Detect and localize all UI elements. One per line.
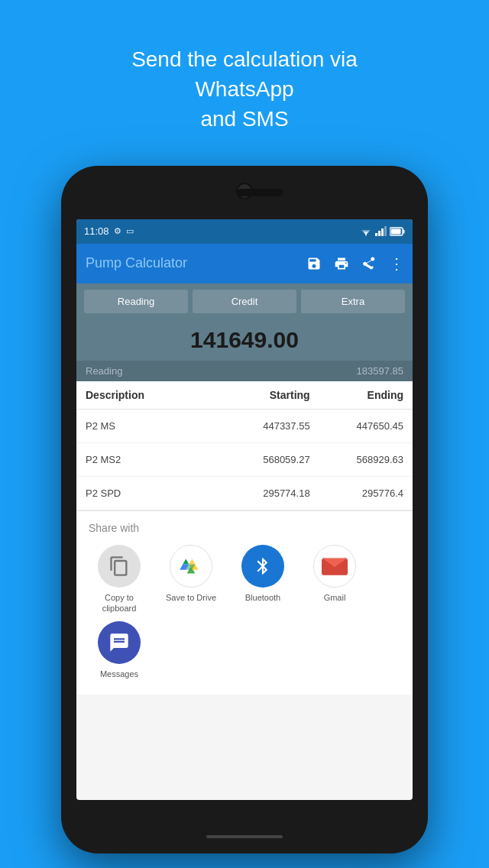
row2-starting: 568059.27 <box>198 454 310 465</box>
table-header: Description Starting Ending <box>76 381 413 410</box>
save-icon[interactable] <box>306 256 322 271</box>
status-left: 11:08 ⚙ ▭ <box>84 225 134 237</box>
svg-rect-5 <box>403 229 405 233</box>
status-bar: 11:08 ⚙ ▭ <box>76 219 413 244</box>
more-icon[interactable]: ⋮ <box>389 254 403 273</box>
tab-extra[interactable]: Extra <box>301 290 405 313</box>
share-item-drive[interactable]: Save to Drive <box>160 545 222 614</box>
main-value-area: 141649.00 <box>76 319 413 361</box>
top-text: Send the calculation via WhatsApp and SM… <box>46 21 443 150</box>
drive-icon-svg <box>178 555 204 578</box>
header-starting: Starting <box>198 389 310 401</box>
share-item-messages[interactable]: Messages <box>89 621 150 679</box>
bluetooth-label: Bluetooth <box>245 592 280 603</box>
share-item-bluetooth[interactable]: Bluetooth <box>232 545 293 614</box>
clipboard-icon <box>98 545 141 588</box>
signal-bars <box>375 226 387 236</box>
row3-ending: 295776.4 <box>310 487 403 499</box>
battery-status-icon: ▭ <box>126 226 134 236</box>
print-icon[interactable] <box>334 256 349 271</box>
main-value: 141649.00 <box>84 327 405 353</box>
wifi-icon <box>360 227 372 236</box>
row3-description: P2 SPD <box>86 487 198 499</box>
gmail-label: Gmail <box>324 592 346 603</box>
table-row: P2 MS2 568059.27 568929.63 <box>76 443 413 477</box>
share-item-gmail[interactable]: Gmail <box>304 545 365 614</box>
reading-label: Reading <box>86 365 122 377</box>
svg-point-3 <box>365 234 367 235</box>
messages-icon <box>98 621 141 664</box>
copy-icon-svg <box>108 555 130 577</box>
share-title: Share with <box>89 522 400 534</box>
top-header: Send the calculation via WhatsApp and SM… <box>0 0 489 162</box>
speaker-grille <box>237 189 283 196</box>
share-panel: Share with Copy toclipboard <box>76 510 413 695</box>
tab-credit[interactable]: Credit <box>193 290 296 313</box>
app-bar: Pump Calculator ⋮ <box>76 244 413 283</box>
table-row: P2 SPD 295774.18 295776.4 <box>76 477 413 510</box>
app-title: Pump Calculator <box>86 255 306 271</box>
drive-icon <box>170 545 212 588</box>
tab-reading[interactable]: Reading <box>84 290 188 313</box>
reading-info-row: Reading 183597.85 <box>76 361 413 381</box>
header-ending: Ending <box>310 389 403 401</box>
phone-screen: 11:08 ⚙ ▭ <box>76 219 413 800</box>
battery-icon <box>390 227 405 236</box>
tab-row: Reading Credit Extra <box>76 283 413 319</box>
app-bar-icons: ⋮ <box>306 254 403 273</box>
clipboard-label: Copy toclipboard <box>102 592 137 614</box>
gmail-icon-svg <box>322 556 348 576</box>
phone-mockup: 11:08 ⚙ ▭ <box>61 166 428 853</box>
bluetooth-icon-svg <box>253 556 273 576</box>
row1-description: P2 MS <box>86 420 198 432</box>
phone-outer-shell: 11:08 ⚙ ▭ <box>61 166 428 853</box>
clock: 11:08 <box>84 225 109 237</box>
messages-icon-svg <box>108 632 130 653</box>
data-table: Description Starting Ending P2 MS 447337… <box>76 381 413 510</box>
share-icons-row: Copy toclipboard <box>89 545 400 614</box>
gmail-icon <box>313 545 356 588</box>
bluetooth-icon <box>241 545 284 588</box>
top-text-line1: Send the calculation via WhatsApp <box>131 47 358 101</box>
share-icons-row2: Messages <box>89 621 400 679</box>
row3-starting: 295774.18 <box>198 487 310 499</box>
share-icon[interactable] <box>361 256 377 271</box>
table-row: P2 MS 447337.55 447650.45 <box>76 410 413 443</box>
svg-rect-6 <box>391 228 401 234</box>
top-text-line2: and SMS <box>200 107 288 131</box>
row1-ending: 447650.45 <box>310 420 403 432</box>
row1-starting: 447337.55 <box>198 420 310 432</box>
drive-label: Save to Drive <box>166 592 216 603</box>
home-indicator <box>206 835 283 838</box>
share-item-clipboard[interactable]: Copy toclipboard <box>89 545 150 614</box>
row2-ending: 568929.63 <box>310 454 403 465</box>
messages-label: Messages <box>100 669 138 679</box>
reading-value: 183597.85 <box>357 365 403 377</box>
row2-description: P2 MS2 <box>86 454 198 465</box>
header-description: Description <box>86 389 198 401</box>
status-right <box>360 226 405 236</box>
settings-icon: ⚙ <box>114 226 121 236</box>
